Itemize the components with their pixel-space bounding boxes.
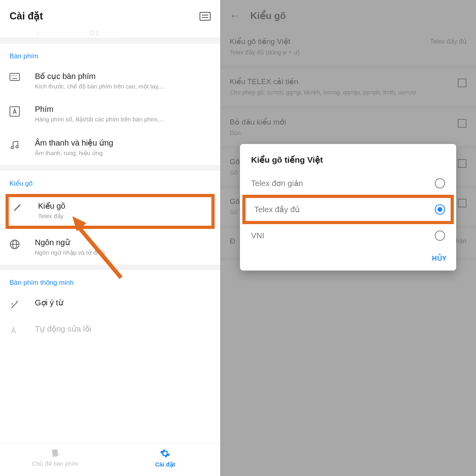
typing-method-dialog: Kiểu gõ tiếng Việt Telex đơn giản Telex … [240,144,456,271]
row-subtitle: Telex đầy [38,212,207,220]
svg-rect-0 [10,73,19,81]
dialog-title: Kiểu gõ tiếng Việt [240,155,456,170]
keyboard-toggle-icon[interactable] [200,12,211,21]
section-label-smart: Bàn phím thông minh [0,270,220,292]
row-subtitle: Hàng phím số, Bật/tắt các phím trên bàn … [35,115,211,123]
cancel-button[interactable]: HỦY [432,254,447,263]
row-keys[interactable]: Phím Hàng phím số, Bật/tắt các phím trên… [0,98,220,131]
page-title: Cài đặt [10,10,43,22]
section-label-typing: Kiểu gõ [0,171,220,192]
row-subtitle: Kích thước, chế độ bàn phím trên cao, mộ… [35,83,211,90]
option-vni[interactable]: VNI [240,223,456,249]
svg-rect-12 [52,449,58,457]
settings-header: Cài đặt [0,0,220,29]
row-title: Gợi ý từ [35,298,211,307]
row-subtitle: Âm thanh, rung, hiệu ứng [35,149,211,157]
row-title: Âm thanh và hiệu ứng [35,138,211,148]
svg-point-7 [11,146,13,149]
option-label: Telex đầy đủ [254,205,300,214]
radio-checked-icon [435,204,445,215]
nav-settings[interactable]: Cài đặt [110,448,221,468]
section-divider [0,265,220,270]
section-divider [0,38,220,44]
svg-point-8 [16,146,18,148]
row-language[interactable]: Ngôn ngữ Ngôn ngữ nhập và từ điển [0,231,220,265]
radio-unchecked-icon [435,178,445,188]
row-title: Ngôn ngữ [35,238,211,247]
option-label: VNI [251,231,264,240]
radio-unchecked-icon [435,230,445,241]
row-subtitle: Ngôn ngữ nhập và từ điển [35,249,211,257]
option-telex-simple[interactable]: Telex đơn giản [240,170,456,196]
row-keyboard-layout[interactable]: Bố cục bàn phím Kích thước, chế độ bàn p… [0,65,220,98]
dialog-actions: HỦY [240,249,456,264]
typing-method-screen: ← Kiểu gõ Kiểu gõ tiếng Việt Telex đầy đ… [220,0,476,476]
pencil-icon [13,201,38,212]
row-typing-method[interactable]: Kiểu gõ Telex đầy [13,201,207,220]
keyboard-icon [10,71,35,81]
key-a-icon [10,105,35,117]
section-label-keyboard: Bàn phím [0,44,220,65]
bottom-nav: Chủ đề bàn phím Cài đặt [0,443,220,476]
nav-label: Chủ đề bàn phím [32,460,78,467]
highlight-typing-method: Kiểu gõ Telex đầy [6,194,215,229]
option-label: Telex đơn giản [251,178,303,188]
row-auto-correct[interactable]: Tự động sửa lỗi [0,318,220,337]
option-telex-full[interactable]: Telex đầy đủ [242,195,454,224]
nav-label: Cài đặt [155,461,175,468]
gear-icon [160,448,170,459]
row-word-suggestion[interactable]: Gợi ý từ [0,292,220,318]
nav-themes[interactable]: Chủ đề bàn phím [0,448,110,468]
autofix-icon [10,324,35,335]
globe-icon [10,238,35,250]
row-title: Bố cục bàn phím [35,71,211,81]
row-sound-effects[interactable]: Âm thanh và hiệu ứng Âm thanh, rung, hiệ… [0,132,220,165]
settings-screen: Cài đặt j·······················@g······… [0,0,220,476]
section-divider [0,165,220,171]
themes-icon [50,448,60,458]
row-title: Kiểu gõ [38,201,207,211]
magic-wand-icon [10,298,35,310]
row-title: Tự động sửa lỗi [35,324,211,334]
account-email-faded: j·······················@g········· [0,29,220,38]
row-title: Phím [35,105,211,114]
music-note-icon [10,138,35,150]
